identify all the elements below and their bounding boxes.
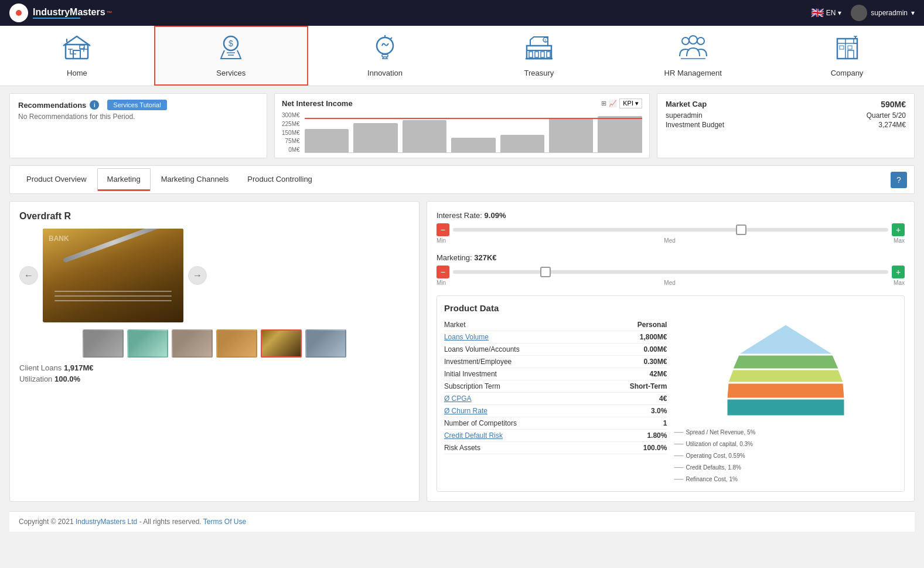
tab-marketing-channels[interactable]: Marketing Channels	[152, 169, 238, 191]
market-cap-investment-row: Investment Budget 3,274M€	[666, 121, 906, 129]
pd-val-2: 0.00M€	[643, 345, 667, 353]
top-info-row: Recommendations i Services Tutorial No R…	[9, 93, 915, 158]
product-data-row-7: Ø Churn Rate3.0%	[444, 405, 667, 417]
market-cap-quarter: Quarter 5/20	[867, 111, 906, 120]
home-icon	[62, 34, 91, 65]
product-image-inner: BANK	[43, 229, 183, 322]
check-line-2	[54, 295, 172, 297]
marketing-increase-button[interactable]: +	[892, 266, 905, 278]
thumbnail-2[interactable]	[127, 329, 168, 358]
thumbnail-6[interactable]	[305, 329, 346, 358]
marketing-track[interactable]	[453, 270, 888, 274]
svg-point-28	[697, 38, 704, 45]
marketing-thumb[interactable]	[540, 267, 551, 277]
thumbnail-5[interactable]	[261, 329, 302, 358]
svg-rect-20	[535, 52, 538, 57]
language-selector[interactable]: 🇬🇧 EN ▾	[811, 6, 842, 19]
pyramid-label-3: — Operating Cost, 0.59%	[674, 450, 897, 461]
nav-innovation[interactable]: Innovation	[308, 26, 462, 86]
pd-val-6: 4€	[659, 394, 667, 403]
footer-terms-link[interactable]: Terms Of Use	[203, 518, 246, 526]
market-cap-value: 590M€	[881, 100, 906, 109]
svg-marker-43	[727, 399, 844, 416]
svg-rect-19	[529, 52, 533, 57]
prev-image-button[interactable]: ←	[19, 266, 38, 285]
pyramid-chart: — Spread / Net Revenue, 5% — Utilization…	[674, 319, 897, 484]
flag-icon: 🇬🇧	[811, 6, 824, 19]
chart-baseline	[305, 118, 642, 119]
market-cap-title: Market Cap	[666, 100, 707, 109]
nav-home[interactable]: Home	[0, 26, 154, 86]
recommendations-box: Recommendations i Services Tutorial No R…	[9, 93, 267, 158]
svg-rect-35	[848, 46, 852, 49]
nav-hr-management[interactable]: HR Management	[616, 26, 770, 86]
pyramid-label-2: — Utilization of capital, 0.3%	[674, 438, 897, 449]
interest-rate-thumb[interactable]	[736, 225, 746, 235]
product-data-row-0: MarketPersonal	[444, 319, 667, 331]
tab-marketing[interactable]: Marketing	[97, 168, 151, 191]
marketing-section: Marketing: 327K€ − + Min Med Max	[437, 253, 905, 286]
footer-company-link[interactable]: IndustryMasters Ltd	[76, 518, 137, 526]
app-logo: IndustryMasters ™	[9, 4, 112, 22]
chart-title-row: Net Interest Income ⊞ 📈 KPI ▾	[282, 98, 642, 108]
interest-rate-decrease-button[interactable]: −	[437, 223, 449, 236]
thumbnail-4[interactable]	[216, 329, 257, 358]
main-panel: Overdraft R ← BANK →	[9, 201, 915, 502]
chart-line-icon[interactable]: 📈	[609, 100, 617, 107]
utilization-value: 100.0%	[54, 375, 80, 383]
tab-product-overview[interactable]: Product Overview	[17, 169, 96, 191]
thumbnail-3[interactable]	[172, 329, 213, 358]
chart-title: Net Interest Income	[282, 99, 353, 108]
bar-7	[598, 116, 642, 152]
interest-rate-increase-button[interactable]: +	[892, 223, 905, 236]
product-data-row-5: Subscription TermShort-Term	[444, 380, 667, 393]
next-image-button[interactable]: →	[188, 266, 207, 285]
controls-panel: Interest Rate: 9.09% − + Min Med Max	[427, 201, 915, 502]
svg-rect-30	[837, 39, 857, 59]
tabs-row: Product Overview Marketing Marketing Cha…	[9, 165, 915, 194]
treasury-icon: $	[524, 34, 554, 65]
tab-product-controlling[interactable]: Product Controlling	[238, 169, 322, 191]
investment-budget-label: Investment Budget	[666, 121, 724, 129]
client-loans-label: Client Loans	[19, 363, 62, 372]
pyramid-label-5: — Refinance Cost, 1%	[674, 474, 897, 484]
bar-3	[403, 120, 446, 152]
pyramid-labels: — Spread / Net Revenue, 5% — Utilization…	[674, 427, 897, 484]
pd-val-9: 1.80%	[647, 431, 667, 440]
data-and-pyramid: MarketPersonalLoans Volume1,800M€Loans V…	[444, 319, 897, 484]
user-menu[interactable]: superadmin ▾	[851, 5, 915, 21]
pd-key-1[interactable]: Loans Volume	[444, 333, 489, 341]
pd-key-9[interactable]: Credit Default Risk	[444, 431, 503, 440]
product-image-area: ← BANK →	[19, 229, 410, 322]
content-area: Recommendations i Services Tutorial No R…	[0, 86, 924, 539]
help-button[interactable]: ?	[891, 172, 907, 188]
product-title: Overdraft R	[19, 211, 410, 222]
bar-5	[500, 135, 544, 152]
product-panel: Overdraft R ← BANK →	[9, 201, 420, 502]
services-icon: $	[216, 34, 246, 65]
svg-marker-39	[739, 325, 833, 354]
interest-rate-track[interactable]	[453, 228, 888, 232]
thumbnail-1[interactable]	[83, 329, 124, 358]
pd-key-7[interactable]: Ø Churn Rate	[444, 407, 487, 415]
product-data-row-2: Loans Volume/Accounts0.00M€	[444, 343, 667, 356]
pd-key-4: Initial Investment	[444, 370, 497, 378]
nav-services[interactable]: $ Services	[154, 26, 308, 86]
svg-rect-1	[73, 50, 80, 59]
chart-table-icon[interactable]: ⊞	[601, 100, 606, 107]
pd-key-6[interactable]: Ø CPGA	[444, 394, 472, 403]
chart-controls: ⊞ 📈 KPI ▾	[601, 98, 642, 108]
logo-icon	[9, 4, 28, 22]
nav-company[interactable]: Company	[770, 26, 924, 86]
top-navigation: IndustryMasters ™ 🇬🇧 EN ▾ superadmin ▾	[0, 0, 924, 26]
services-tutorial-button[interactable]: Services Tutorial	[107, 100, 166, 110]
pd-key-3: Investment/Employee	[444, 358, 512, 366]
product-data-row-10: Risk Assets100.0%	[444, 442, 667, 454]
pd-key-0: Market	[444, 321, 466, 329]
nav-right: 🇬🇧 EN ▾ superadmin ▾	[811, 5, 915, 21]
nav-treasury[interactable]: $ Treasury	[462, 26, 616, 86]
recommendations-info-icon[interactable]: i	[90, 100, 99, 110]
marketing-decrease-button[interactable]: −	[437, 266, 449, 278]
pd-key-5: Subscription Term	[444, 382, 500, 390]
kpi-button[interactable]: KPI ▾	[619, 98, 642, 108]
